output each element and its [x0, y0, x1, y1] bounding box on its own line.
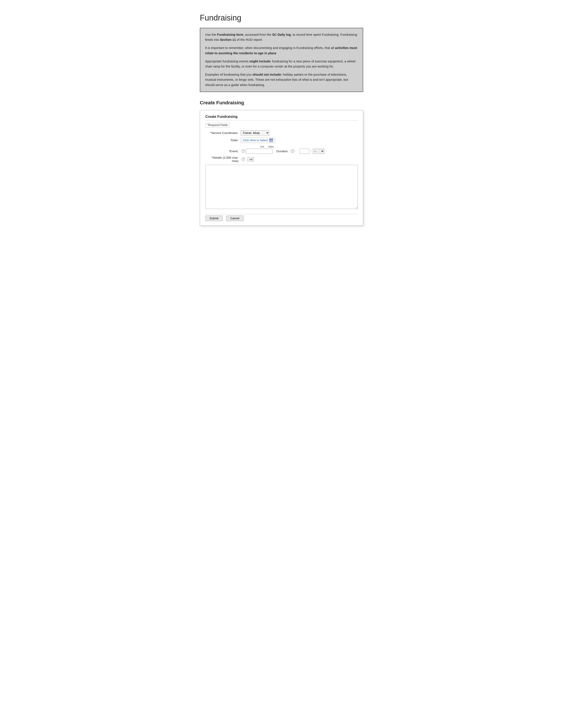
svg-text:abc: abc [250, 158, 252, 161]
duration-colon: : [311, 150, 312, 153]
svg-rect-3 [272, 139, 272, 140]
service-coordinator-select[interactable]: Trainer, Misty [241, 130, 269, 135]
spellcheck-icon: ✓ abc [248, 158, 252, 161]
event-help-icon[interactable]: ? [241, 149, 245, 153]
details-help-icon[interactable]: ? [241, 158, 245, 161]
info-paragraph-4: Examples of fundraising that you should … [205, 72, 358, 88]
create-fundraising-heading: Create Fundraising [200, 100, 363, 106]
duration-label: Duration: [276, 150, 289, 153]
event-duration-row: *Event: ? Duration: ? : -- 00 15 30 45 [205, 149, 358, 154]
info-box: Use the Fundraising form, accessed from … [200, 28, 363, 92]
service-coordinator-row: *Service Coordinator: Trainer, Misty [205, 130, 358, 135]
info-paragraph-2: It is important to remember, when docume… [205, 45, 358, 56]
service-coordinator-label: *Service Coordinator: [205, 131, 241, 135]
hrs-label: hrs [260, 145, 264, 148]
svg-rect-1 [269, 140, 273, 142]
info-paragraph-1: Use the Fundraising form, accessed from … [205, 32, 358, 42]
spellcheck-button[interactable]: ✓ abc [247, 157, 254, 161]
date-row: *Date: Click Here to Select [205, 138, 358, 143]
duration-fields: : -- 00 15 30 45 [300, 149, 324, 154]
details-textarea[interactable] [205, 165, 358, 209]
duration-help-icon[interactable]: ? [291, 149, 294, 153]
cancel-button[interactable]: Cancel [226, 216, 243, 221]
details-label: *Details (2,000 char. max) [205, 156, 241, 163]
submit-button[interactable]: Submit [205, 216, 222, 221]
svg-rect-2 [270, 139, 270, 140]
duration-hours-input[interactable] [300, 149, 309, 154]
required-fields-badge: *Required Fields [205, 123, 229, 127]
details-label-row: *Details (2,000 char. max) ? ✓ abc [205, 156, 358, 163]
duration-labels-row: hrs mins [260, 145, 358, 148]
form-card-title: Create Fundraising [205, 115, 358, 121]
mins-label: mins [268, 145, 274, 148]
date-label: *Date: [205, 139, 241, 142]
create-fundraising-form-card: Create Fundraising *Required Fields *Ser… [200, 110, 363, 226]
event-input[interactable] [246, 149, 272, 154]
form-actions: Submit Cancel [205, 214, 358, 221]
date-button-text: Click Here to Select [242, 139, 268, 142]
event-label: *Event: [205, 150, 241, 153]
svg-rect-4 [269, 140, 273, 140]
duration-minutes-select[interactable]: -- 00 15 30 45 [313, 149, 324, 154]
info-paragraph-3: Appropriate fundraising events might inc… [205, 59, 358, 69]
page-title: Fundraising [200, 13, 363, 23]
date-select-button[interactable]: Click Here to Select [241, 138, 275, 143]
calendar-icon [269, 139, 273, 142]
